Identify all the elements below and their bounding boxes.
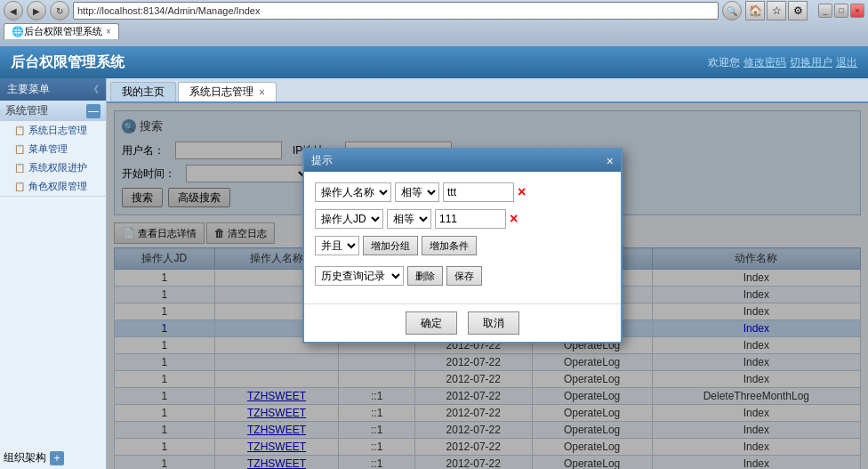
logout-link[interactable]: 退出	[836, 55, 857, 70]
filter1-operator-select[interactable]: 相等	[395, 182, 439, 202]
history-delete-button[interactable]: 删除	[407, 266, 443, 286]
history-select[interactable]: 历史查询记录	[315, 266, 404, 286]
add-condition-button[interactable]: 增加条件	[422, 236, 477, 255]
modal-title: 提示	[311, 153, 333, 168]
sidebar-item-role-label: 角色权限管理	[28, 180, 87, 193]
tab-system-log[interactable]: 系统日志管理 ×	[178, 82, 277, 101]
filter1-field-select[interactable]: 操作人名称	[315, 182, 391, 202]
tab-my-home[interactable]: 我的主页	[110, 82, 176, 101]
connector-select[interactable]: 并且	[315, 236, 359, 255]
close-window-button[interactable]: ×	[850, 4, 864, 18]
modal-dialog: 提示 × 操作人名称 相等	[302, 148, 623, 344]
home-button[interactable]: 🏠	[745, 1, 765, 20]
filter-row-2: 操作人JD 相等 ×	[315, 209, 610, 229]
org-add-button[interactable]: +	[50, 451, 64, 465]
sidebar-item-system-log-label: 系统日志管理	[28, 124, 87, 137]
sidebar-section-system-label: 系统管理	[5, 103, 48, 118]
sidebar: 主要菜单 《 系统管理 — 📋 系统日志管理 📋 菜单管理 📋	[0, 78, 107, 469]
inner-tabs: 我的主页 系统日志管理 ×	[107, 78, 868, 103]
filter2-delete-button[interactable]: ×	[510, 211, 518, 227]
app-container: 后台权限管理系统 欢迎您 修改密码 切换用户 退出 主要菜单 《 系统管理 — …	[0, 46, 868, 469]
sidebar-section-system: 系统管理 — 📋 系统日志管理 📋 菜单管理 📋 系统权限进护 📋	[0, 101, 106, 197]
sidebar-item-sys-permission-label: 系统权限进护	[28, 161, 87, 174]
sidebar-item-system-log[interactable]: 📋 系统日志管理	[0, 121, 106, 140]
switch-user-link[interactable]: 切换用户	[790, 55, 832, 70]
modify-password-link[interactable]: 修改密码	[743, 55, 786, 70]
browser-tab-active[interactable]: 🌐 后台权限管理系统 ×	[4, 23, 119, 39]
modal-overlay: 提示 × 操作人名称 相等	[107, 103, 868, 469]
menu-icon: 📋	[14, 144, 25, 154]
sidebar-bottom: 组织架构 +	[0, 447, 106, 469]
tab-system-log-label: 系统日志管理	[189, 85, 253, 100]
sidebar-item-sys-permission[interactable]: 📋 系统权限进护	[0, 158, 106, 177]
add-group-button[interactable]: 增加分组	[363, 236, 418, 255]
sidebar-collapse-button[interactable]: 《	[89, 83, 99, 96]
sidebar-section-system-header[interactable]: 系统管理 —	[0, 101, 106, 121]
filter2-operator-select[interactable]: 相等	[387, 209, 431, 229]
role-icon: 📋	[14, 182, 25, 191]
tab-system-log-close[interactable]: ×	[259, 86, 265, 99]
history-row: 历史查询记录 删除 保存	[315, 266, 610, 286]
app-title: 后台权限管理系统	[11, 53, 125, 72]
main-layout: 主要菜单 《 系统管理 — 📋 系统日志管理 📋 菜单管理 📋	[0, 78, 868, 469]
content-area: 我的主页 系统日志管理 × 🔍 搜索 用户名：	[107, 78, 868, 469]
history-save-button[interactable]: 保存	[446, 266, 482, 286]
sidebar-header: 主要菜单 《	[0, 78, 106, 101]
filter2-field-select[interactable]: 操作人JD	[315, 209, 383, 229]
maximize-button[interactable]: □	[834, 4, 848, 18]
sidebar-section-collapse-icon[interactable]: —	[86, 104, 100, 118]
filter1-value-input[interactable]	[443, 182, 514, 202]
modal-cancel-button[interactable]: 取消	[468, 311, 519, 335]
refresh-button[interactable]: ↻	[50, 1, 69, 20]
search-button[interactable]: 🔍	[722, 1, 742, 20]
browser-titlebar: ◀ ▶ ↻ 🔍 🏠 ☆ ⚙ _ □ ×	[0, 0, 868, 21]
modal-close-button[interactable]: ×	[607, 155, 614, 167]
welcome-text: 欢迎您	[708, 55, 740, 70]
modal-footer: 确定 取消	[304, 303, 621, 342]
sidebar-title: 主要菜单	[7, 82, 50, 97]
modal-confirm-button[interactable]: 确定	[406, 311, 457, 335]
settings-button[interactable]: ⚙	[788, 1, 808, 20]
app-header-right: 欢迎您 修改密码 切换用户 退出	[708, 55, 857, 70]
sidebar-item-role-permission[interactable]: 📋 角色权限管理	[0, 177, 106, 196]
sidebar-item-menu-manage[interactable]: 📋 菜单管理	[0, 140, 106, 158]
star-button[interactable]: ☆	[767, 1, 786, 20]
filter-actions: 并且 增加分组 增加条件	[315, 236, 610, 255]
page-content: 🔍 搜索 用户名： IP地址： 开始时间： 结束时间：	[107, 103, 868, 469]
log-icon: 📋	[14, 125, 25, 135]
filter1-delete-button[interactable]: ×	[518, 184, 526, 200]
permission-icon: 📋	[14, 163, 25, 173]
filter2-value-input[interactable]	[435, 209, 506, 229]
minimize-button[interactable]: _	[818, 4, 832, 18]
filter-row-1: 操作人名称 相等 ×	[315, 182, 610, 202]
sidebar-item-menu-label: 菜单管理	[28, 142, 68, 156]
browser-tab-label: 后台权限管理系统	[24, 25, 102, 38]
forward-button[interactable]: ▶	[27, 1, 46, 20]
app-header: 后台权限管理系统 欢迎您 修改密码 切换用户 退出	[0, 46, 868, 78]
browser-tab-close[interactable]: ×	[106, 27, 111, 36]
tab-my-home-label: 我的主页	[122, 85, 165, 100]
address-bar[interactable]	[73, 2, 719, 20]
tab-bar: 🌐 后台权限管理系统 ×	[0, 21, 868, 39]
browser-chrome: ◀ ▶ ↻ 🔍 🏠 ☆ ⚙ _ □ × 🌐 后台权限管理系统 ×	[0, 0, 868, 46]
back-button[interactable]: ◀	[4, 1, 23, 20]
modal-header: 提示 ×	[304, 150, 621, 172]
org-structure-label: 组织架构	[4, 450, 46, 465]
modal-body: 操作人名称 相等 × 操作人JD	[304, 172, 621, 303]
